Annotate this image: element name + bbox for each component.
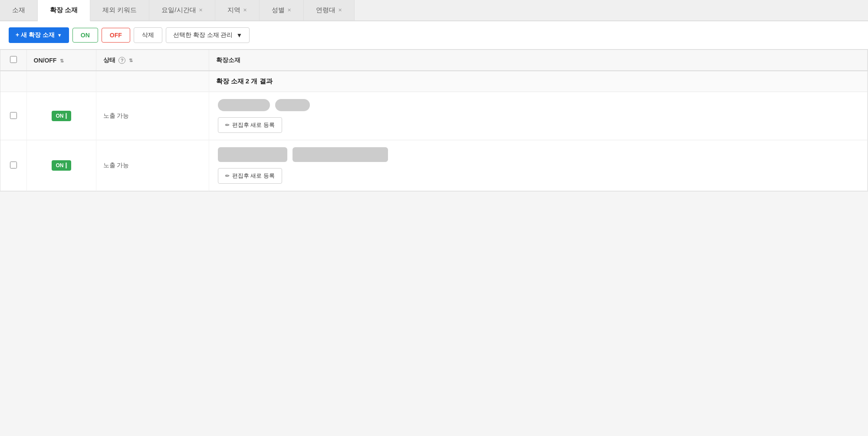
help-icon-status[interactable]: ? — [118, 57, 125, 64]
row1-blurred-content — [218, 99, 859, 111]
tab-excluded[interactable]: 제외 키워드 — [90, 0, 149, 20]
chevron-down-icon: ▼ — [236, 32, 242, 39]
row2-content-cell: ✏ 편집후 새로 등록 — [209, 140, 868, 191]
new-extended-button[interactable]: + 새 확장 소재 ▼ — [9, 27, 69, 43]
row1-on-label: ON — [56, 113, 64, 119]
row1-edit-register-button[interactable]: ✏ 편집후 새로 등록 — [218, 117, 282, 133]
row1-status-text: 노출 가능 — [103, 112, 129, 119]
tab-region[interactable]: 지역 ✕ — [215, 0, 260, 20]
result-empty-1 — [0, 71, 26, 92]
row2-status-cell: 노출 가능 — [96, 140, 209, 191]
off-button[interactable]: OFF — [102, 28, 130, 43]
tab-age[interactable]: 연령대 ✕ — [304, 0, 355, 20]
result-count-text: 확장 소재 2 개 결과 — [216, 77, 273, 85]
off-button-label: OFF — [110, 32, 122, 39]
on-button-label: ON — [81, 32, 90, 39]
row2-blur-block-2 — [293, 147, 388, 162]
new-button-label: + 새 확장 소재 — [16, 31, 55, 39]
tab-age-label: 연령대 — [316, 6, 335, 14]
tab-extended-label: 확장 소재 — [50, 6, 78, 14]
result-count-row: 확장 소재 2 개 결과 — [0, 71, 868, 92]
tab-region-label: 지역 — [227, 6, 240, 14]
th-content: 확장소재 — [209, 50, 868, 71]
sort-icon-onoff[interactable]: ⇅ — [60, 58, 64, 64]
tab-extended[interactable]: 확장 소재 — [38, 0, 90, 21]
th-content-label: 확장소재 — [216, 56, 240, 63]
table-row: ON 노출 가능 ✏ 편집후 새로 등록 — [0, 140, 868, 191]
tab-bar: 소재 확장 소재 제외 키워드 요일/시간대 ✕ 지역 ✕ 성별 ✕ 연령대 ✕ — [0, 0, 868, 21]
chevron-down-icon: ▼ — [57, 33, 62, 38]
delete-button-label: 삭제 — [142, 31, 154, 38]
row2-checkbox[interactable] — [10, 162, 17, 168]
table-header-row: ON/OFF ⇅ 상태 ? ⇅ 확장소재 — [0, 50, 868, 71]
delete-button[interactable]: 삭제 — [134, 27, 162, 43]
toolbar: + 새 확장 소재 ▼ ON OFF 삭제 선택한 확장 소재 관리 ▼ — [0, 21, 868, 50]
row1-blur-block-2 — [275, 99, 310, 111]
row2-toggle-cell: ON — [26, 140, 96, 191]
tab-gender-label: 성별 — [272, 6, 285, 14]
row2-on-badge[interactable]: ON — [52, 160, 71, 171]
manage-button-label: 선택한 확장 소재 관리 — [173, 31, 233, 39]
row1-toggle-cell: ON — [26, 92, 96, 140]
tab-sojaee-label: 소재 — [12, 6, 25, 14]
th-checkbox — [0, 50, 26, 71]
row1-checkbox[interactable] — [10, 112, 17, 119]
on-button[interactable]: ON — [72, 28, 98, 43]
tab-schedule-close[interactable]: ✕ — [199, 7, 203, 13]
row1-checkbox-cell — [0, 92, 26, 140]
row2-blur-block-1 — [218, 147, 287, 162]
row1-on-badge[interactable]: ON — [52, 111, 71, 121]
row2-edit-register-button[interactable]: ✏ 편집후 새로 등록 — [218, 168, 282, 184]
row1-edit-register-label: 편집후 새로 등록 — [232, 121, 275, 129]
row1-status-cell: 노출 가능 — [96, 92, 209, 140]
sort-icon-status[interactable]: ⇅ — [129, 58, 133, 63]
tab-gender[interactable]: 성별 ✕ — [260, 0, 304, 20]
row2-status-text: 노출 가능 — [103, 162, 129, 168]
row1-content-cell: ✏ 편집후 새로 등록 — [209, 92, 868, 140]
pencil-icon: ✏ — [225, 173, 230, 179]
tab-sojaee[interactable]: 소재 — [0, 0, 38, 20]
row2-blurred-content — [218, 147, 859, 162]
th-status: 상태 ? ⇅ — [96, 50, 209, 71]
manage-button[interactable]: 선택한 확장 소재 관리 ▼ — [166, 27, 250, 43]
tab-schedule-label: 요일/시간대 — [161, 6, 196, 14]
tab-age-close[interactable]: ✕ — [338, 7, 342, 13]
tab-excluded-label: 제외 키워드 — [102, 6, 137, 14]
th-status-label: 상태 — [103, 56, 115, 63]
tab-gender-close[interactable]: ✕ — [287, 7, 291, 13]
pencil-icon: ✏ — [225, 122, 230, 128]
th-onoff-label: ON/OFF — [34, 57, 57, 64]
on-badge-bar — [66, 162, 67, 168]
row1-blur-block-1 — [218, 99, 270, 111]
row2-on-label: ON — [56, 162, 64, 168]
on-badge-bar — [66, 113, 67, 119]
row2-edit-register-label: 편집후 새로 등록 — [232, 172, 275, 180]
result-empty-3 — [96, 71, 209, 92]
table-row: ON 노출 가능 ✏ 편집후 새로 등록 — [0, 92, 868, 140]
tab-schedule[interactable]: 요일/시간대 ✕ — [149, 0, 215, 20]
result-empty-2 — [26, 71, 96, 92]
tab-region-close[interactable]: ✕ — [243, 7, 247, 13]
main-table-wrapper: ON/OFF ⇅ 상태 ? ⇅ 확장소재 확장 소재 2 — [0, 50, 868, 192]
select-all-checkbox[interactable] — [10, 56, 17, 63]
result-count-cell: 확장 소재 2 개 결과 — [209, 71, 868, 92]
th-onoff: ON/OFF ⇅ — [26, 50, 96, 71]
row2-checkbox-cell — [0, 140, 26, 191]
main-table: ON/OFF ⇅ 상태 ? ⇅ 확장소재 확장 소재 2 — [0, 50, 868, 191]
